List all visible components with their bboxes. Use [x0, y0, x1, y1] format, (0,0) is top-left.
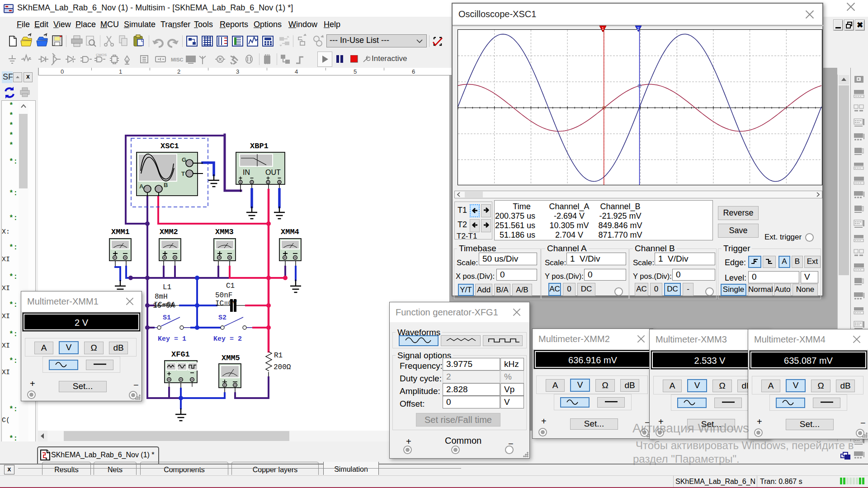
svg-text:S1: S1 [163, 314, 171, 322]
svg-text:200Ω: 200Ω [274, 363, 291, 371]
svg-text:XBP1: XBP1 [250, 142, 269, 150]
svg-text:OUT: OUT [265, 169, 281, 176]
svg-text:XSC1: XSC1 [160, 142, 179, 150]
svg-text:IN: IN [243, 169, 250, 176]
svg-text:XFG1: XFG1 [171, 350, 190, 359]
svg-text:XMM1: XMM1 [111, 228, 130, 236]
svg-text:50nF: 50nF [215, 291, 232, 300]
svg-text:IC=0V: IC=0V [215, 300, 237, 308]
svg-text:Key = 1: Key = 1 [158, 335, 186, 343]
svg-text:S2: S2 [218, 314, 226, 322]
svg-text:B: B [164, 182, 168, 188]
svg-text:XMM4: XMM4 [281, 228, 299, 236]
svg-text:R1: R1 [274, 352, 283, 360]
svg-text:XMM3: XMM3 [215, 228, 234, 236]
svg-text:G: G [182, 156, 186, 163]
svg-text:A: A [139, 183, 144, 190]
svg-text:T: T [181, 170, 185, 177]
svg-text:XMM2: XMM2 [160, 228, 178, 236]
svg-text:8mH: 8mH [155, 293, 168, 301]
svg-text:XMM5: XMM5 [222, 354, 240, 362]
svg-text:L1: L1 [163, 283, 171, 291]
svg-text:C1: C1 [226, 282, 235, 290]
svg-text:IC≈0A: IC≈0A [154, 301, 175, 309]
svg-text:1: 1 [602, 26, 604, 31]
svg-text:Key = 2: Key = 2 [213, 335, 242, 343]
svg-text:2: 2 [637, 26, 639, 31]
